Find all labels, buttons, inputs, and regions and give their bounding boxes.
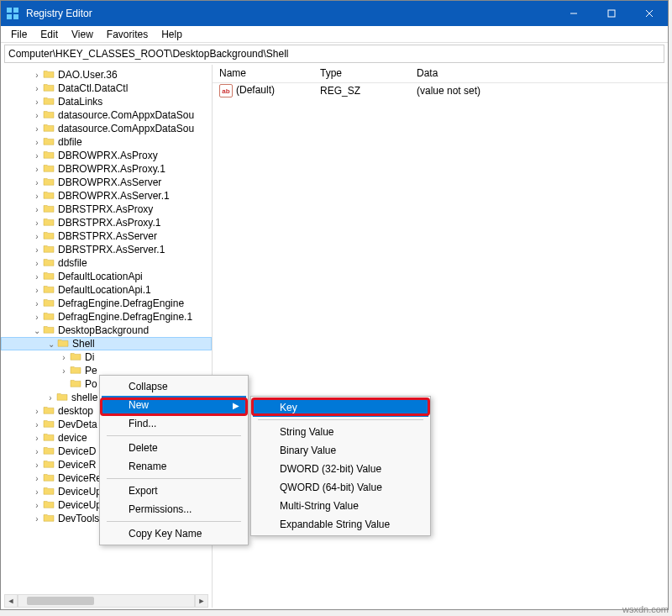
chevron-right-icon[interactable]: › — [31, 218, 43, 228]
cm-new-string[interactable]: String Value — [253, 423, 428, 441]
tree-item[interactable]: ›DAO.User.36 — [1, 68, 212, 82]
tree-item[interactable]: ›Di — [1, 350, 212, 364]
cm-new[interactable]: New ▶ — [102, 396, 246, 414]
col-header-data[interactable]: Data — [410, 65, 668, 82]
chevron-right-icon[interactable]: › — [31, 151, 43, 161]
cm-find[interactable]: Find... — [102, 414, 246, 433]
chevron-right-icon[interactable]: › — [31, 487, 43, 497]
chevron-right-icon[interactable]: › — [31, 245, 43, 255]
cm-permissions[interactable]: Permissions... — [102, 500, 246, 519]
menu-help[interactable]: Help — [155, 27, 189, 42]
tree-item[interactable]: ⌄DesktopBackground — [1, 324, 212, 337]
scroll-track[interactable] — [18, 594, 195, 608]
tree-item[interactable]: ›DBROWPRX.AsServer.1 — [1, 189, 212, 203]
chevron-right-icon[interactable]: › — [31, 286, 43, 295]
scroll-left-button[interactable]: ◄ — [4, 594, 18, 608]
cm-separator — [107, 521, 241, 522]
tree-item[interactable]: ›DataLinks — [1, 95, 212, 108]
chevron-right-icon[interactable]: › — [31, 71, 43, 80]
chevron-right-icon[interactable]: › — [31, 407, 43, 416]
address-bar[interactable]: Computer\HKEY_CLASSES_ROOT\DesktopBackgr… — [4, 45, 664, 63]
chevron-right-icon[interactable]: › — [31, 461, 43, 470]
address-text: Computer\HKEY_CLASSES_ROOT\DesktopBackgr… — [8, 48, 289, 60]
close-button[interactable] — [630, 1, 668, 26]
tree-item[interactable]: ›DBROWPRX.AsServer — [1, 176, 212, 189]
cm-new-multi[interactable]: Multi-String Value — [253, 497, 428, 515]
tree-item[interactable]: ›DBRSTPRX.AsServer — [1, 229, 212, 243]
chevron-right-icon[interactable]: › — [31, 313, 43, 322]
cm-delete[interactable]: Delete — [102, 439, 246, 457]
col-header-type[interactable]: Type — [313, 65, 410, 82]
svg-rect-0 — [7, 8, 12, 13]
cm-rename[interactable]: Rename — [102, 457, 246, 476]
folder-icon — [43, 109, 56, 121]
tree-item[interactable]: ›DefaultLocationApi.1 — [1, 283, 212, 297]
col-header-name[interactable]: Name — [213, 65, 313, 82]
tree-item[interactable]: ›dbfile — [1, 135, 212, 149]
chevron-right-icon[interactable]: › — [31, 165, 43, 174]
cm-new-expand[interactable]: Expandable String Value — [253, 515, 428, 534]
chevron-down-icon[interactable]: ⌄ — [45, 340, 57, 349]
maximize-button[interactable] — [592, 1, 630, 26]
chevron-right-icon[interactable]: › — [31, 434, 43, 443]
tree-horizontal-scrollbar[interactable]: ◄ ► — [4, 594, 208, 608]
folder-icon — [43, 244, 56, 255]
cm-collapse[interactable]: Collapse — [102, 377, 246, 396]
chevron-right-icon[interactable]: › — [31, 138, 43, 147]
minimize-button[interactable] — [554, 1, 592, 26]
list-row[interactable]: ab(Default) REG_SZ (value not set) — [213, 83, 668, 98]
tree-item[interactable]: ›ddsfile — [1, 256, 212, 270]
chevron-down-icon[interactable]: ⌄ — [31, 326, 43, 335]
menu-edit[interactable]: Edit — [34, 27, 65, 42]
cm-export[interactable]: Export — [102, 482, 246, 500]
chevron-right-icon[interactable]: › — [31, 272, 43, 282]
folder-icon — [43, 69, 56, 81]
chevron-right-icon[interactable]: › — [31, 259, 43, 268]
chevron-right-icon[interactable]: › — [31, 205, 43, 214]
tree-item[interactable]: ⌄Shell — [1, 337, 212, 350]
tree-item[interactable]: ›DefragEngine.DefragEngine — [1, 297, 212, 310]
folder-icon — [43, 230, 56, 242]
tree-item[interactable]: ›DefragEngine.DefragEngine.1 — [1, 310, 212, 324]
chevron-right-icon[interactable]: › — [31, 192, 43, 201]
cm-new-qword[interactable]: QWORD (64-bit) Value — [253, 478, 428, 497]
chevron-right-icon[interactable]: › — [31, 97, 43, 107]
scroll-thumb[interactable] — [27, 597, 94, 605]
chevron-right-icon[interactable]: › — [31, 84, 43, 93]
tree-item[interactable]: ›DBRSTPRX.AsServer.1 — [1, 243, 212, 256]
chevron-right-icon[interactable]: › — [31, 420, 43, 429]
chevron-right-icon[interactable]: › — [31, 514, 43, 524]
tree-item[interactable]: ›DBROWPRX.AsProxy.1 — [1, 162, 212, 176]
tree-item[interactable]: ›DataCtl.DataCtl — [1, 82, 212, 95]
chevron-right-icon[interactable]: › — [31, 124, 43, 134]
scroll-right-button[interactable]: ► — [195, 594, 208, 608]
menu-view[interactable]: View — [65, 27, 100, 42]
chevron-right-icon[interactable]: › — [58, 366, 70, 376]
folder-icon — [43, 432, 56, 444]
cm-copy-key-name[interactable]: Copy Key Name — [102, 524, 246, 543]
titlebar[interactable]: Registry Editor — [1, 1, 668, 26]
tree-item-label: DBROWPRX.AsServer.1 — [58, 190, 170, 202]
chevron-right-icon[interactable]: › — [31, 447, 43, 456]
cm-new-dword[interactable]: DWORD (32-bit) Value — [253, 460, 428, 478]
cm-new-key[interactable]: Key — [253, 398, 428, 417]
tree-item[interactable]: ›DBRSTPRX.AsProxy.1 — [1, 216, 212, 229]
folder-icon — [43, 459, 56, 471]
folder-icon — [43, 271, 56, 282]
tree-item[interactable]: ›DBROWPRX.AsProxy — [1, 149, 212, 162]
chevron-right-icon[interactable]: › — [31, 178, 43, 187]
tree-item[interactable]: ›DBRSTPRX.AsProxy — [1, 203, 212, 216]
chevron-right-icon[interactable]: › — [31, 474, 43, 483]
menu-file[interactable]: File — [4, 27, 34, 42]
chevron-right-icon[interactable]: › — [58, 353, 70, 362]
tree-item[interactable]: ›datasource.ComAppxDataSou — [1, 108, 212, 122]
chevron-right-icon[interactable]: › — [45, 393, 56, 403]
chevron-right-icon[interactable]: › — [31, 299, 43, 308]
chevron-right-icon[interactable]: › — [31, 232, 43, 241]
cm-new-binary[interactable]: Binary Value — [253, 441, 428, 460]
tree-item[interactable]: ›datasource.ComAppxDataSou — [1, 122, 212, 135]
chevron-right-icon[interactable]: › — [31, 111, 43, 120]
menu-favorites[interactable]: Favorites — [100, 27, 155, 42]
tree-item[interactable]: ›DefaultLocationApi — [1, 270, 212, 283]
chevron-right-icon[interactable]: › — [31, 501, 43, 510]
